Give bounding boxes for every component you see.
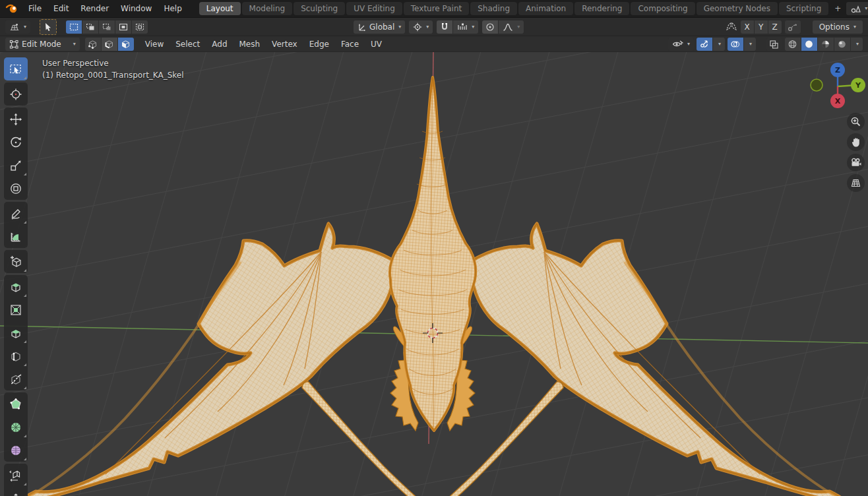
proportional-editing-toggle[interactable] (482, 20, 498, 34)
tool-loop-cut[interactable] (4, 344, 28, 367)
tool-add-cube[interactable] (4, 250, 28, 273)
select-mode-invert[interactable] (115, 20, 131, 34)
orientation-icon (357, 22, 367, 32)
tool-shrink-fatten[interactable] (4, 487, 28, 496)
tool-bevel[interactable] (4, 321, 28, 344)
mirror-x-button[interactable]: X (741, 20, 754, 34)
tab-animation[interactable]: Animation (518, 2, 573, 15)
shading-material-preview[interactable] (818, 38, 834, 51)
tab-texture-paint[interactable]: Texture Paint (404, 2, 469, 15)
viewport-header: Edit Mode ▾ View Select Add Mesh Vertex … (0, 36, 868, 52)
blender-logo[interactable] (5, 3, 18, 15)
menu-help[interactable]: Help (158, 3, 187, 15)
menu-select[interactable]: Select (170, 38, 206, 50)
face-select-mode[interactable] (118, 38, 134, 51)
camera-view-button[interactable] (847, 154, 865, 171)
viewport-editor-icon (9, 22, 20, 32)
menu-face[interactable]: Face (335, 38, 365, 50)
menu-vertex[interactable]: Vertex (266, 38, 303, 50)
tool-knife[interactable] (4, 367, 28, 390)
edge-select-mode[interactable] (102, 38, 117, 51)
mode-dropdown[interactable]: Edit Mode ▾ (5, 38, 80, 51)
xray-toggle[interactable] (766, 38, 782, 51)
show-gizmo-toggle[interactable] (697, 38, 712, 51)
editor-type-selector[interactable]: ▾ (5, 20, 30, 34)
edit-mode-icon (9, 40, 19, 49)
pan-hand-button[interactable] (847, 133, 865, 151)
tab-uv-editing[interactable]: UV Editing (346, 2, 402, 15)
options-dropdown[interactable]: Options ▾ (813, 20, 863, 34)
object-visibility-dropdown[interactable]: ▾ (668, 38, 694, 51)
tool-transform[interactable] (4, 177, 28, 200)
tool-poly-build[interactable] (4, 392, 28, 416)
tool-select-box[interactable] (4, 57, 28, 80)
select-mode-extend[interactable] (82, 20, 98, 34)
tab-scripting[interactable]: Scripting (779, 2, 828, 15)
gizmo-axis-z[interactable]: Z (830, 63, 845, 77)
tool-extrude-region[interactable] (4, 275, 28, 298)
menu-uv[interactable]: UV (365, 38, 388, 50)
transform-orientation-dropdown[interactable]: Global ▾ (354, 20, 405, 34)
select-mode-set[interactable] (66, 20, 82, 34)
shading-wireframe[interactable] (785, 38, 801, 51)
mirror-y-button[interactable]: Y (755, 20, 768, 34)
active-tool-indicator[interactable] (40, 19, 57, 35)
menu-view[interactable]: View (139, 38, 170, 50)
tab-geometry-nodes[interactable]: Geometry Nodes (697, 2, 778, 15)
snap-toggle[interactable] (437, 20, 452, 34)
menu-edit[interactable]: Edit (47, 3, 75, 15)
chevron-down-icon: ▾ (687, 42, 690, 47)
mirror-icon[interactable] (726, 22, 737, 32)
show-overlays-toggle[interactable] (728, 38, 743, 51)
menu-file[interactable]: File (22, 3, 47, 15)
navigation-gizmo[interactable]: Z Y X (807, 52, 868, 113)
tab-layout[interactable]: Layout (199, 2, 241, 15)
gizmo-axis-y[interactable]: Y (851, 78, 865, 92)
tool-scale[interactable] (4, 154, 28, 177)
menu-edge[interactable]: Edge (303, 38, 335, 50)
menu-render[interactable]: Render (75, 3, 115, 15)
gizmo-axis-y-negative[interactable] (811, 79, 822, 91)
mirror-z-button[interactable]: Z (768, 20, 782, 34)
chevron-down-icon: ▾ (24, 24, 26, 30)
viewport-canvas[interactable] (0, 52, 868, 496)
tool-annotate[interactable] (4, 202, 28, 225)
tool-edge-slide[interactable] (4, 464, 28, 487)
tool-measure[interactable] (4, 225, 28, 248)
vertex-select-mode[interactable] (85, 38, 101, 51)
tab-shading[interactable]: Shading (470, 2, 517, 15)
shading-rendered[interactable] (834, 38, 850, 51)
chevron-down-icon: ▾ (718, 42, 721, 47)
zoom-button[interactable] (847, 113, 865, 131)
gizmo-dropdown[interactable]: ▾ (713, 38, 725, 51)
tab-sculpting[interactable]: Sculpting (294, 2, 345, 15)
add-workspace-button[interactable]: + (830, 2, 846, 15)
tool-spin[interactable] (4, 416, 28, 439)
gizmo-axis-x[interactable]: X (830, 94, 845, 108)
snap-individual-icon[interactable] (785, 20, 801, 34)
menu-window[interactable]: Window (115, 3, 158, 15)
select-mode-intersect[interactable] (132, 20, 148, 34)
pivot-point-dropdown[interactable]: ▾ (409, 20, 433, 34)
mirror-axis-buttons: X Y Z (741, 20, 782, 34)
3d-viewport[interactable]: User Perspective (1) Retopo_0001_Transpo… (0, 52, 868, 496)
tab-rendering[interactable]: Rendering (574, 2, 629, 15)
tool-inset-faces[interactable] (4, 298, 28, 321)
orthographic-toggle-button[interactable] (847, 174, 865, 192)
select-mode-subtract[interactable] (99, 20, 115, 34)
shading-dropdown[interactable]: ▾ (851, 38, 863, 51)
snap-target-dropdown[interactable]: ▾ (453, 20, 478, 34)
menu-mesh[interactable]: Mesh (233, 38, 266, 50)
chevron-down-icon: ▾ (472, 24, 474, 30)
tool-smooth[interactable] (4, 439, 28, 462)
tool-rotate[interactable] (4, 131, 28, 154)
tab-compositing[interactable]: Compositing (631, 2, 695, 15)
tool-cursor[interactable] (4, 82, 28, 106)
tab-modeling[interactable]: Modeling (242, 2, 293, 15)
menu-add[interactable]: Add (206, 38, 233, 50)
overlays-dropdown[interactable]: ▾ (744, 38, 756, 51)
tool-move[interactable] (4, 108, 28, 131)
proportional-falloff-dropdown[interactable]: ▾ (499, 20, 524, 34)
shading-solid[interactable] (801, 38, 817, 51)
scene-selector[interactable]: ▾ (846, 2, 868, 15)
